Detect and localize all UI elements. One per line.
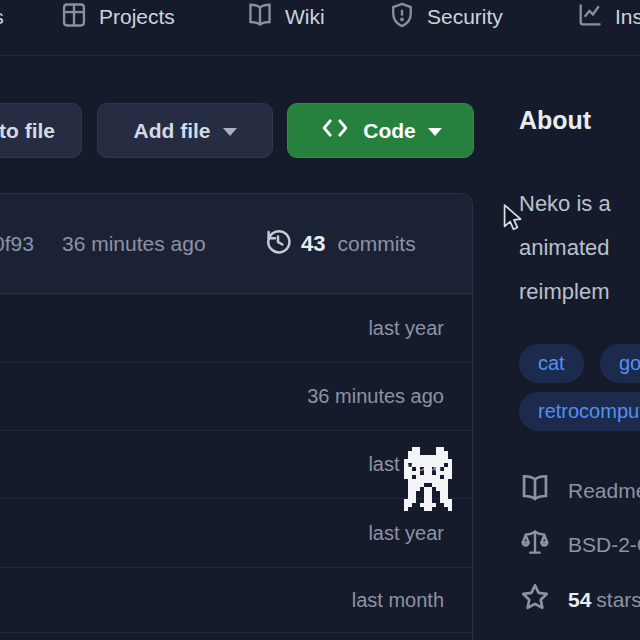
code-button-label: Code bbox=[363, 119, 416, 143]
license-label: BSD-2-Clause license bbox=[568, 533, 640, 557]
star-count-and-label: 54stars bbox=[568, 588, 640, 612]
topic-tag-cat[interactable]: cat bbox=[519, 344, 584, 383]
about-heading: About bbox=[519, 106, 591, 135]
file-row[interactable]: last year bbox=[0, 431, 472, 499]
commit-count: 43 bbox=[301, 231, 325, 257]
code-button[interactable]: Code bbox=[287, 103, 474, 158]
file-row[interactable]: last month bbox=[0, 568, 472, 633]
file-row-age: last year bbox=[368, 453, 444, 476]
tab-wiki-label: Wiki bbox=[285, 5, 325, 29]
go-to-file-button[interactable]: Go to file bbox=[0, 103, 82, 158]
file-row[interactable]: last year bbox=[0, 294, 472, 363]
shield-icon bbox=[388, 1, 416, 34]
mouse-cursor-icon bbox=[503, 204, 522, 237]
add-file-button[interactable]: Add file bbox=[97, 103, 273, 158]
chevron-down-icon bbox=[223, 128, 237, 136]
tab-security[interactable]: Security bbox=[388, 0, 503, 34]
tab-wiki[interactable]: Wiki bbox=[246, 0, 325, 34]
star-icon bbox=[519, 581, 551, 618]
tab-actions-label: Actions bbox=[0, 5, 4, 29]
book-icon bbox=[519, 472, 551, 509]
law-icon bbox=[519, 526, 551, 563]
add-file-label: Add file bbox=[134, 119, 211, 143]
file-row[interactable]: last year bbox=[0, 499, 472, 568]
tab-actions[interactable]: Actions bbox=[0, 0, 4, 34]
file-row-age: last year bbox=[368, 522, 444, 545]
file-row-age: last month bbox=[352, 589, 444, 612]
file-row-age: last year bbox=[368, 317, 444, 340]
tab-insights[interactable]: Insights bbox=[576, 0, 640, 34]
file-row[interactable]: 36 minutes ago bbox=[0, 363, 472, 431]
file-row-age: 36 minutes ago bbox=[307, 385, 444, 408]
file-list-panel: 0f93 36 minutes ago 43 commits last year… bbox=[0, 193, 473, 640]
readme-link[interactable]: Readme bbox=[519, 472, 640, 509]
graph-icon bbox=[576, 1, 604, 34]
go-to-file-label: Go to file bbox=[0, 119, 55, 143]
latest-commit-bar: 0f93 36 minutes ago 43 commits bbox=[0, 194, 472, 294]
tab-projects[interactable]: Projects bbox=[60, 0, 175, 34]
table-icon bbox=[60, 1, 88, 34]
tab-security-label: Security bbox=[427, 5, 503, 29]
commit-hash[interactable]: 0f93 bbox=[0, 194, 34, 293]
repo-description: Neko is a animated reimplem bbox=[519, 182, 611, 314]
stars-label: stars bbox=[596, 588, 640, 611]
commit-time: 36 minutes ago bbox=[62, 194, 206, 293]
file-row[interactable] bbox=[0, 633, 472, 640]
topic-tag-golang[interactable]: golang bbox=[600, 344, 640, 383]
topic-tag-retrocomputing[interactable]: retrocomputing bbox=[519, 392, 640, 431]
commits-label: commits bbox=[337, 232, 415, 256]
readme-label: Readme bbox=[568, 479, 640, 503]
license-link[interactable]: BSD-2-Clause license bbox=[519, 526, 640, 563]
book-icon bbox=[246, 1, 274, 34]
history-icon bbox=[263, 227, 293, 261]
code-icon bbox=[319, 116, 351, 145]
neko-cat-sprite bbox=[404, 447, 408, 451]
star-count: 54 bbox=[568, 588, 591, 611]
repo-nav: Actions Projects Wiki Security bbox=[0, 0, 640, 56]
chevron-down-icon bbox=[428, 128, 442, 136]
stars-link[interactable]: 54stars bbox=[519, 581, 640, 618]
commit-history-link[interactable]: 43 commits bbox=[263, 194, 416, 293]
tab-projects-label: Projects bbox=[99, 5, 175, 29]
tab-insights-label: Insights bbox=[615, 5, 640, 29]
